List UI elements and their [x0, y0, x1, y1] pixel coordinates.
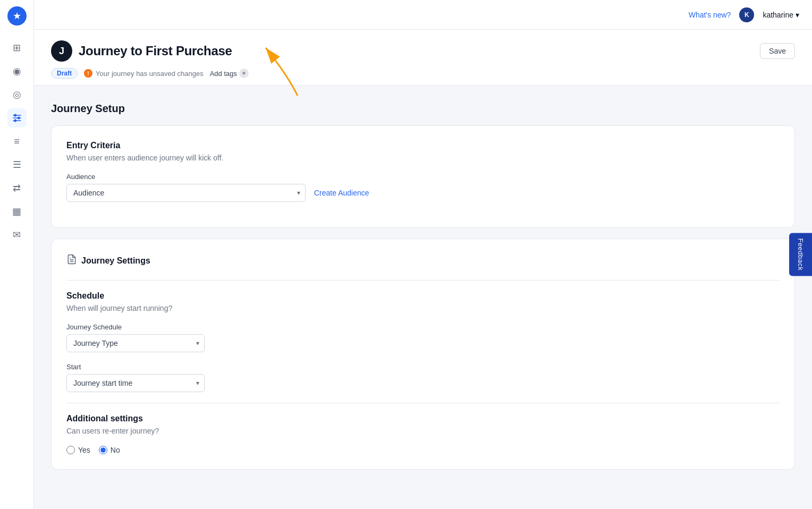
- re-enter-radio-group: Yes No: [66, 446, 780, 454]
- logo-icon: ★: [13, 10, 21, 22]
- schedule-subtitle: When will journey start running?: [66, 304, 780, 312]
- sidebar-item-sync[interactable]: ⇄: [7, 179, 27, 198]
- warning-icon: !: [84, 69, 92, 78]
- no-option[interactable]: No: [99, 446, 120, 454]
- card-header: Journey Settings: [66, 254, 780, 267]
- journey-type-select[interactable]: Journey Type: [66, 334, 205, 352]
- additional-settings-section: Additional settings Can users re-enter j…: [66, 414, 780, 454]
- sidebar-item-compass[interactable]: ◎: [7, 85, 27, 104]
- svg-point-0: [14, 114, 16, 116]
- journey-type-select-wrapper: Journey Type ▾: [66, 334, 205, 352]
- sidebar-item-dashboard[interactable]: ⊞: [7, 38, 27, 57]
- divider: [66, 280, 780, 281]
- start-select-wrapper-outer: Journey start time ▾: [66, 374, 780, 392]
- audience-label: Audience: [66, 173, 780, 181]
- create-audience-link[interactable]: Create Audience: [314, 189, 369, 197]
- save-button[interactable]: Save: [760, 43, 795, 59]
- audience-select[interactable]: Audience: [66, 184, 306, 202]
- entry-criteria-title: Entry Criteria: [66, 141, 780, 150]
- setup-content: Journey Setup Entry Criteria When user e…: [34, 86, 812, 497]
- sidebar-item-messages[interactable]: ✉: [7, 225, 27, 244]
- draft-badge: Draft: [51, 68, 78, 79]
- additional-settings-title: Additional settings: [66, 414, 780, 423]
- page-subtitle-row: Draft ! Your journey has unsaved changes…: [51, 68, 795, 85]
- yes-option[interactable]: Yes: [66, 446, 90, 454]
- journey-avatar: J: [51, 40, 72, 62]
- feedback-button-wrapper: Feedback: [789, 233, 812, 276]
- sidebar-item-broadcast[interactable]: ◉: [7, 62, 27, 81]
- page-title-row: J Journey to First Purchase Save: [51, 40, 795, 62]
- schedule-section: Schedule When will journey start running…: [66, 291, 780, 392]
- audience-field-row: Audience ▾ Create Audience: [66, 184, 780, 202]
- journey-start-time-select[interactable]: Journey start time: [66, 374, 205, 392]
- schedule-select-wrapper-outer: Journey Type ▾: [66, 334, 780, 352]
- svg-point-1: [18, 117, 19, 118]
- no-radio[interactable]: [99, 446, 107, 454]
- journey-settings-icon: [66, 254, 77, 267]
- sidebar-item-lists[interactable]: ☰: [7, 155, 27, 174]
- chevron-down-icon: ▾: [796, 11, 799, 19]
- journey-settings-card: Journey Settings Schedule When will jour…: [51, 239, 795, 470]
- section-title: Journey Setup: [51, 103, 795, 115]
- whats-new-link[interactable]: What's new?: [689, 11, 731, 19]
- page-title: Journey to First Purchase: [79, 44, 232, 58]
- divider-2: [66, 403, 780, 403]
- main-area: What's new? K katharine ▾ J Journey to F…: [34, 0, 812, 509]
- unsaved-message: ! Your journey has unsaved changes: [84, 69, 204, 78]
- svg-point-2: [14, 120, 16, 121]
- sidebar-item-content[interactable]: ≡: [7, 132, 27, 151]
- sidebar-item-journey[interactable]: [7, 108, 27, 128]
- app-logo[interactable]: ★: [7, 6, 27, 26]
- audience-select-wrapper: Audience ▾: [66, 184, 306, 202]
- sidebar: ★ ⊞ ◉ ◎ ≡ ☰ ⇄ ▦ ✉: [0, 0, 34, 509]
- schedule-label: Journey Schedule: [66, 323, 780, 331]
- user-menu[interactable]: katharine ▾: [763, 11, 799, 19]
- journey-start-time-select-wrapper: Journey start time ▾: [66, 374, 205, 392]
- schedule-title: Schedule: [66, 291, 780, 301]
- feedback-button[interactable]: Feedback: [789, 233, 812, 276]
- plus-icon: +: [239, 69, 249, 78]
- sidebar-item-reports[interactable]: ▦: [7, 202, 27, 221]
- additional-settings-subtitle: Can users re-enter journey?: [66, 427, 780, 435]
- start-label: Start: [66, 363, 780, 371]
- user-avatar: K: [739, 7, 754, 22]
- page-header: J Journey to First Purchase Save Draft !…: [34, 30, 812, 86]
- add-tags-button[interactable]: Add tags +: [210, 69, 249, 78]
- content-area: J Journey to First Purchase Save Draft !…: [34, 30, 812, 509]
- journey-settings-title: Journey Settings: [81, 256, 150, 266]
- page-title-left: J Journey to First Purchase: [51, 40, 232, 62]
- yes-radio[interactable]: [66, 446, 75, 454]
- entry-criteria-card: Entry Criteria When user enters audience…: [51, 125, 795, 228]
- topbar: What's new? K katharine ▾: [34, 0, 812, 30]
- entry-criteria-subtitle: When user enters audience journey will k…: [66, 154, 780, 162]
